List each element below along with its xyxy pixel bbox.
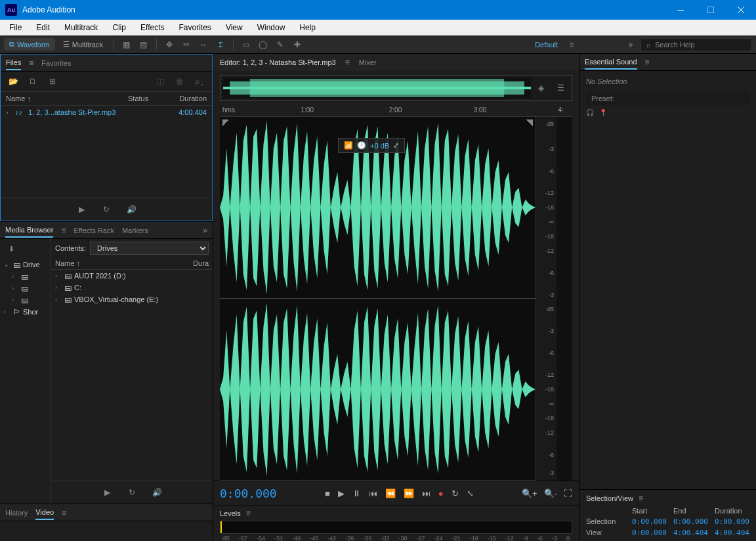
panel-menu-icon[interactable]: ≡ <box>645 58 650 67</box>
open-file-icon[interactable]: 📂 <box>6 74 20 89</box>
media-col-dura[interactable]: Dura <box>193 259 209 267</box>
workspace-menu-icon[interactable]: ≡ <box>564 37 579 52</box>
tree-row[interactable]: ›🏳Shor <box>0 306 51 318</box>
minimize-button[interactable] <box>665 0 696 20</box>
search-help-input[interactable]: ⌕ Search Help <box>640 38 752 51</box>
time-selection-tool-icon[interactable]: Ɪ <box>213 37 228 52</box>
media-browser-tab[interactable]: Media Browser <box>5 223 53 238</box>
tree-row[interactable]: ›🖴 <box>0 270 51 282</box>
move-tool-icon[interactable]: ✥ <box>162 37 177 52</box>
menu-file[interactable]: File <box>3 22 28 33</box>
slip-tool-icon[interactable]: ↔ <box>196 37 211 52</box>
overview-waveform[interactable]: ◈ ☰ <box>220 75 572 101</box>
drive-row[interactable]: ›🖴C: <box>51 282 213 293</box>
menu-help[interactable]: Help <box>293 22 322 33</box>
play-preview-icon[interactable]: ▶ <box>74 202 89 217</box>
fade-out-handle[interactable] <box>526 119 533 126</box>
history-tab[interactable]: History <box>5 506 28 519</box>
selection-start[interactable]: 0:00.000 <box>632 517 667 526</box>
waveform-mode-button[interactable]: ⧉ Waveform <box>4 38 55 51</box>
zoom-in-button[interactable]: 🔍+ <box>522 488 537 498</box>
media-col-name[interactable]: Name ↑ <box>55 259 193 267</box>
filter-search-icon[interactable]: ⌕˯ <box>192 74 207 89</box>
marquee-tool-icon[interactable]: ▭ <box>239 37 253 52</box>
files-tab[interactable]: Files <box>6 56 21 70</box>
razor-tool-icon[interactable]: ✂ <box>179 37 194 52</box>
levels-meter[interactable] <box>220 521 572 534</box>
mixer-tab[interactable]: Mixer <box>359 56 377 69</box>
headphones-icon[interactable]: 🎧 <box>583 105 597 119</box>
panel-menu-icon[interactable]: ≡ <box>345 58 350 67</box>
drive-row[interactable]: ›🖴AUDT 2021 (D:) <box>51 270 213 282</box>
panel-menu-icon[interactable]: ≡ <box>29 58 33 68</box>
files-col-name[interactable]: Name ↑ <box>6 95 128 102</box>
panel-menu-icon[interactable]: ≡ <box>639 494 643 503</box>
effects-rack-tab[interactable]: Effects Rack <box>74 224 114 237</box>
auto-play-icon[interactable]: 🔊 <box>124 202 138 217</box>
record-button[interactable]: ● <box>438 488 444 498</box>
view-duration[interactable]: 4:00.404 <box>715 529 749 537</box>
loop-button[interactable]: ↻ <box>452 488 459 498</box>
tree-row[interactable]: ›🖴 <box>0 282 51 294</box>
spectral-pitch-icon[interactable]: ▤ <box>136 37 151 52</box>
loop-preview-icon[interactable]: ↻ <box>99 202 114 217</box>
selection-end[interactable]: 0:00.000 <box>673 517 708 526</box>
rewind-button[interactable]: ⏪ <box>385 488 396 498</box>
delete-icon[interactable]: 🗑 <box>173 74 187 89</box>
go-to-end-button[interactable]: ⏭ <box>422 488 430 498</box>
expand-arrow-icon[interactable]: › <box>6 108 15 116</box>
play-preview-icon[interactable]: ▶ <box>100 485 114 500</box>
maximize-button[interactable] <box>696 0 726 20</box>
panel-menu-icon[interactable]: ≡ <box>246 509 251 518</box>
loop-preview-icon[interactable]: ↻ <box>125 485 139 500</box>
overflow-icon[interactable]: » <box>203 226 207 235</box>
hud-expand-icon[interactable]: ⤢ <box>393 141 399 150</box>
menu-favorites[interactable]: Favorites <box>173 22 218 33</box>
menu-clip[interactable]: Clip <box>106 22 133 33</box>
play-button[interactable]: ▶ <box>338 488 345 498</box>
timeline-ruler[interactable]: hms 1:00 2:00 3:00 4: 🎧 📍 <box>220 105 572 117</box>
view-end[interactable]: 4:00.404 <box>673 529 708 537</box>
auto-play-icon[interactable]: 🔊 <box>150 485 164 500</box>
close-button[interactable] <box>726 0 756 20</box>
brush-tool-icon[interactable]: ✎ <box>273 37 287 52</box>
contents-dropdown[interactable]: Drives <box>90 242 209 255</box>
pin-icon[interactable]: 📍 <box>596 105 610 119</box>
video-tab[interactable]: Video <box>35 506 54 520</box>
selection-duration[interactable]: 0:00.000 <box>715 517 749 526</box>
files-col-duration[interactable]: Duration <box>161 95 207 102</box>
favorites-tab[interactable]: Favorites <box>41 56 71 70</box>
overflow-icon[interactable]: » <box>623 37 638 52</box>
multitrack-mode-button[interactable]: ☰ Multitrack <box>58 38 108 51</box>
menu-multitrack[interactable]: Multitrack <box>58 22 104 33</box>
preset-selector[interactable]: Preset: <box>586 92 749 105</box>
new-multitrack-icon[interactable]: ⊞ <box>45 74 60 89</box>
menu-effects[interactable]: Effects <box>134 22 171 33</box>
go-to-start-button[interactable]: ⏮ <box>369 488 377 498</box>
menu-edit[interactable]: Edit <box>30 22 56 33</box>
tree-row[interactable]: ›🖴 <box>0 294 51 306</box>
menu-icon[interactable]: ☰ <box>553 81 568 95</box>
new-file-icon[interactable]: 🗋 <box>26 74 40 89</box>
fast-forward-button[interactable]: ⏩ <box>404 488 414 498</box>
timecode-display[interactable]: 0:00.000 <box>220 487 292 500</box>
spectral-freq-icon[interactable]: ▦ <box>119 37 134 52</box>
zoom-navigator-icon[interactable]: ◈ <box>534 81 548 95</box>
tree-row[interactable]: ⌄🖴Drive <box>0 259 51 270</box>
panel-menu-icon[interactable]: ≡ <box>61 226 66 235</box>
menu-window[interactable]: Window <box>251 22 292 33</box>
zoom-full-button[interactable]: ⛶ <box>564 488 572 498</box>
file-row[interactable]: › ♪♪ 1, 2, 3...atasha St-Pier.mp3 4:00.4… <box>1 106 212 119</box>
download-icon[interactable]: ⬇ <box>4 242 18 256</box>
view-start[interactable]: 0:00.000 <box>632 529 667 537</box>
volume-hud[interactable]: 📶 🕐 +0 dB ⤢ <box>338 138 405 153</box>
waveform-display[interactable]: 📶 🕐 +0 dB ⤢ L R dB <box>220 117 572 481</box>
skip-selection-button[interactable]: ⤡ <box>467 488 474 498</box>
panel-menu-icon[interactable]: ≡ <box>62 508 66 517</box>
fade-in-handle[interactable] <box>222 119 229 126</box>
workspace-selector[interactable]: Default <box>531 41 562 49</box>
insert-icon[interactable]: ◫ <box>153 74 167 89</box>
healing-tool-icon[interactable]: ✚ <box>290 37 304 52</box>
lasso-tool-icon[interactable]: ◯ <box>256 37 270 52</box>
zoom-out-button[interactable]: 🔍- <box>544 488 557 498</box>
